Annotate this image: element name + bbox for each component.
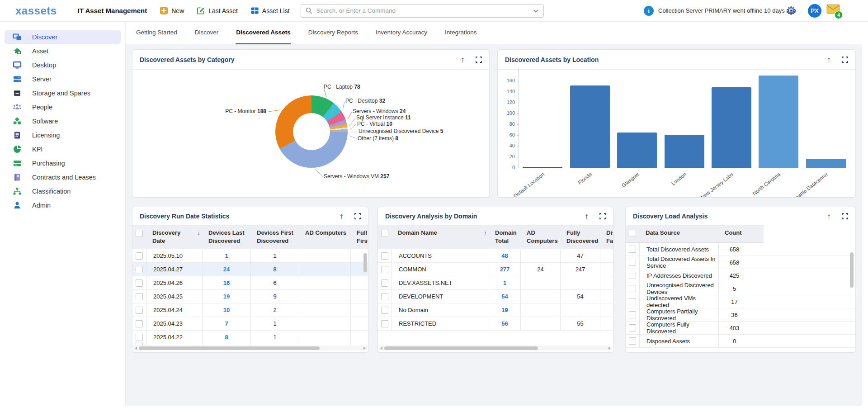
info-icon[interactable]: i: [644, 6, 654, 16]
row-checkbox[interactable]: [136, 334, 143, 341]
column-header[interactable]: AD Computers: [299, 225, 350, 249]
expand-icon[interactable]: [354, 213, 361, 219]
table-row[interactable]: 2025.04.25199: [132, 290, 368, 303]
table-row[interactable]: 2025.04.2281: [132, 331, 368, 344]
bar-new-jersey-labs[interactable]: [712, 87, 751, 168]
table-row[interactable]: Disposed Assets0: [626, 335, 855, 348]
sidebar-item-contracts-and-leases[interactable]: Contracts and Leases: [5, 170, 121, 184]
row-checkbox[interactable]: [381, 307, 388, 314]
chevron-down-icon[interactable]: [533, 8, 539, 14]
collapse-arrow-icon[interactable]: ↑: [585, 212, 589, 220]
table-row[interactable]: No Domain19: [378, 303, 613, 317]
link-value[interactable]: 277: [500, 266, 510, 273]
command-search[interactable]: [301, 4, 544, 18]
sidebar-item-kpi[interactable]: KPI: [5, 142, 121, 156]
sidebar-item-people[interactable]: People: [5, 100, 121, 114]
link-value[interactable]: 1: [503, 279, 506, 286]
row-checkbox[interactable]: [629, 337, 636, 345]
link-value[interactable]: 10: [223, 307, 230, 313]
scroll-right-icon[interactable]: [609, 347, 611, 350]
collapse-arrow-icon[interactable]: ↑: [340, 212, 344, 220]
table-row[interactable]: 2025.04.26166: [132, 276, 368, 290]
table-row[interactable]: 2025.05.1011: [132, 249, 368, 263]
asset-list-button[interactable]: Asset List: [250, 6, 290, 15]
row-checkbox[interactable]: [629, 230, 636, 237]
bar-glasgow[interactable]: [617, 133, 657, 168]
tab-inventory-accuracy[interactable]: Inventory Accuracy: [375, 21, 428, 44]
link-value[interactable]: 54: [501, 293, 508, 300]
tab-discover[interactable]: Discover: [194, 21, 219, 44]
row-checkbox[interactable]: [629, 272, 636, 279]
row-checkbox[interactable]: [381, 252, 388, 260]
table-row[interactable]: ACCOUNTS4847: [378, 249, 613, 263]
bar-seattle-datacenter[interactable]: [806, 159, 846, 168]
avatar[interactable]: PX: [808, 4, 821, 18]
column-header[interactable]: Data Source: [639, 225, 718, 242]
link-value[interactable]: 56: [501, 320, 508, 327]
table-row[interactable]: DEV.XASSETS.NET1: [378, 276, 613, 290]
column-header[interactable]: Fully Discovered: [560, 225, 600, 249]
expand-icon[interactable]: [476, 57, 482, 63]
table-row[interactable]: Total Discovered Assets In Service658: [626, 256, 855, 269]
row-checkbox[interactable]: [381, 279, 388, 287]
column-header[interactable]: Dis Fail: [600, 225, 613, 249]
link-value[interactable]: 16: [223, 279, 230, 286]
link-value[interactable]: 8: [225, 334, 228, 341]
link-value[interactable]: 48: [501, 252, 508, 259]
link-value[interactable]: 19: [501, 307, 508, 313]
table-row[interactable]: Computers Partially Discovered36: [626, 308, 855, 322]
row-checkbox[interactable]: [136, 266, 143, 273]
column-header[interactable]: Domain Name↑: [392, 225, 489, 249]
table-row[interactable]: Undiscovered VMs detected17: [626, 295, 855, 308]
table-row[interactable]: RESTRICTED5655: [378, 317, 613, 331]
link-value[interactable]: 1: [225, 252, 228, 259]
row-checkbox[interactable]: [629, 259, 636, 266]
table-row[interactable]: DEVELOPMENT5454: [378, 290, 613, 303]
row-checkbox[interactable]: [136, 252, 143, 260]
row-checkbox[interactable]: [136, 307, 143, 314]
donut-chart[interactable]: [275, 95, 348, 168]
bar-north-carolina[interactable]: [759, 76, 798, 168]
sidebar-item-storage-and-spares[interactable]: Storage and Spares: [5, 86, 121, 100]
column-header[interactable]: Devices Last Discovered: [202, 225, 250, 249]
sidebar-item-purchasing[interactable]: Purchasing: [5, 156, 121, 170]
row-checkbox[interactable]: [381, 266, 388, 273]
bar-london[interactable]: [665, 135, 704, 168]
column-header[interactable]: Devices First Discovered: [250, 225, 299, 249]
sidebar-item-classification[interactable]: Classification: [5, 185, 121, 198]
gear-icon[interactable]: ⚙: [786, 5, 796, 17]
last-asset-button[interactable]: Last Asset: [197, 6, 238, 15]
expand-icon[interactable]: [842, 213, 848, 219]
column-header[interactable]: Full Comp First Disc: [350, 225, 368, 249]
row-checkbox[interactable]: [629, 285, 636, 292]
collapse-arrow-icon[interactable]: ↑: [827, 56, 831, 64]
sidebar-item-software[interactable]: Software: [5, 114, 121, 128]
collapse-arrow-icon[interactable]: ↑: [461, 56, 465, 64]
horizontal-scrollbar-thumb[interactable]: [384, 346, 538, 350]
scroll-left-icon[interactable]: [135, 347, 137, 350]
row-checkbox[interactable]: [629, 298, 636, 305]
bar-florida[interactable]: [570, 85, 610, 168]
row-checkbox[interactable]: [136, 320, 143, 327]
table-row[interactable]: COMMON27724247: [378, 263, 613, 276]
row-checkbox[interactable]: [136, 293, 143, 300]
horizontal-scrollbar-thumb[interactable]: [139, 346, 320, 350]
row-checkbox[interactable]: [136, 279, 143, 287]
vertical-scrollbar-thumb[interactable]: [850, 252, 854, 288]
table-row[interactable]: Computers Fully Discovered403: [626, 322, 855, 335]
table-row[interactable]: 2025.04.24102: [132, 303, 368, 317]
link-value[interactable]: 19: [223, 293, 230, 300]
tab-discovery-reports[interactable]: Discovery Reports: [308, 21, 359, 44]
row-checkbox[interactable]: [381, 293, 388, 300]
table-row[interactable]: 2025.04.27248: [132, 263, 368, 276]
sidebar-item-admin[interactable]: Admin: [5, 199, 121, 212]
bar-default-location[interactable]: [523, 167, 562, 168]
horizontal-scrollbar[interactable]: [133, 346, 367, 350]
scroll-left-icon[interactable]: [380, 347, 382, 350]
tab-discovered-assets[interactable]: Discovered Assets: [236, 21, 291, 44]
expand-icon[interactable]: [599, 213, 606, 219]
row-checkbox[interactable]: [629, 246, 636, 253]
sidebar-item-asset[interactable]: Asset: [5, 44, 121, 58]
new-button[interactable]: New: [160, 6, 184, 15]
column-header[interactable]: Domain Total: [489, 225, 520, 249]
